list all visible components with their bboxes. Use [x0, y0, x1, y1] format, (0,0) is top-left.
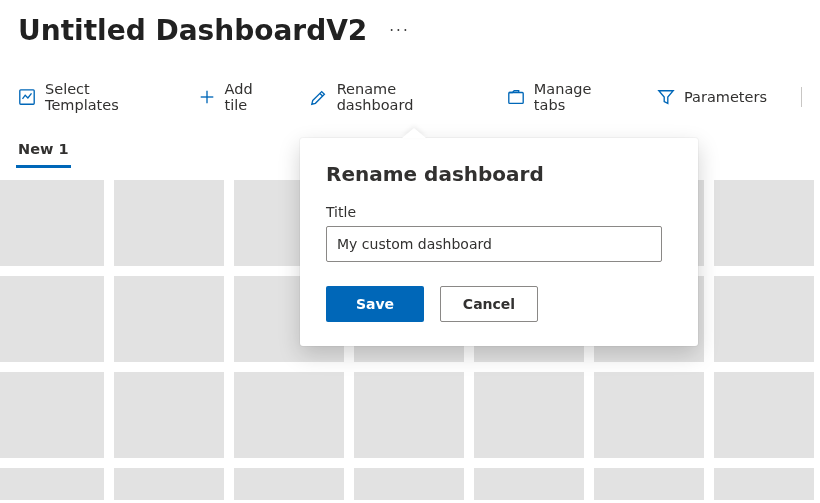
grid-tile[interactable] — [114, 468, 224, 500]
svg-line-3 — [320, 93, 323, 96]
toolbar: Select Templates Add tile Rename dashboa… — [0, 55, 820, 113]
grid-tile[interactable] — [354, 468, 464, 500]
grid-tile[interactable] — [114, 180, 224, 266]
title-field-label: Title — [326, 204, 672, 220]
dashboard-title-input[interactable] — [326, 226, 662, 262]
grid-tile[interactable] — [714, 372, 814, 458]
grid-tile[interactable] — [114, 276, 224, 362]
grid-tile[interactable] — [714, 468, 814, 500]
svg-marker-5 — [659, 91, 673, 104]
grid-tile[interactable] — [594, 468, 704, 500]
rename-dashboard-button[interactable]: Rename dashboard — [310, 81, 477, 113]
grid-tile[interactable] — [714, 276, 814, 362]
select-templates-button[interactable]: Select Templates — [18, 81, 168, 113]
manage-tabs-button[interactable]: Manage tabs — [507, 81, 627, 113]
pencil-icon — [310, 88, 328, 106]
page-title: Untitled DashboardV2 — [18, 14, 367, 47]
grid-tile[interactable] — [0, 468, 104, 500]
toolbar-label: Select Templates — [45, 81, 168, 113]
grid-tile[interactable] — [0, 276, 104, 362]
chart-icon — [18, 88, 36, 106]
filter-icon — [657, 88, 675, 106]
grid-tile[interactable] — [0, 180, 104, 266]
toolbar-label: Manage tabs — [534, 81, 627, 113]
grid-tile[interactable] — [0, 372, 104, 458]
grid-tile[interactable] — [714, 180, 814, 266]
grid-tile[interactable] — [234, 372, 344, 458]
dialog-title: Rename dashboard — [326, 162, 672, 186]
add-tile-button[interactable]: Add tile — [198, 81, 280, 113]
parameters-button[interactable]: Parameters — [657, 88, 767, 106]
more-actions-button[interactable]: ··· — [389, 22, 409, 40]
toolbar-label: Rename dashboard — [337, 81, 477, 113]
grid-tile[interactable] — [474, 468, 584, 500]
grid-tile[interactable] — [354, 372, 464, 458]
tab-new-1[interactable]: New 1 — [16, 137, 71, 168]
grid-tile[interactable] — [474, 372, 584, 458]
toolbar-label: Add tile — [225, 81, 280, 113]
toolbar-separator — [801, 87, 802, 107]
grid-tile[interactable] — [234, 468, 344, 500]
plus-icon — [198, 88, 216, 106]
tabs-icon — [507, 88, 525, 106]
svg-rect-4 — [509, 93, 523, 104]
grid-tile[interactable] — [114, 372, 224, 458]
save-button[interactable]: Save — [326, 286, 424, 322]
grid-tile[interactable] — [594, 372, 704, 458]
toolbar-label: Parameters — [684, 89, 767, 105]
rename-dashboard-dialog: Rename dashboard Title Save Cancel — [300, 138, 698, 346]
cancel-button[interactable]: Cancel — [440, 286, 538, 322]
